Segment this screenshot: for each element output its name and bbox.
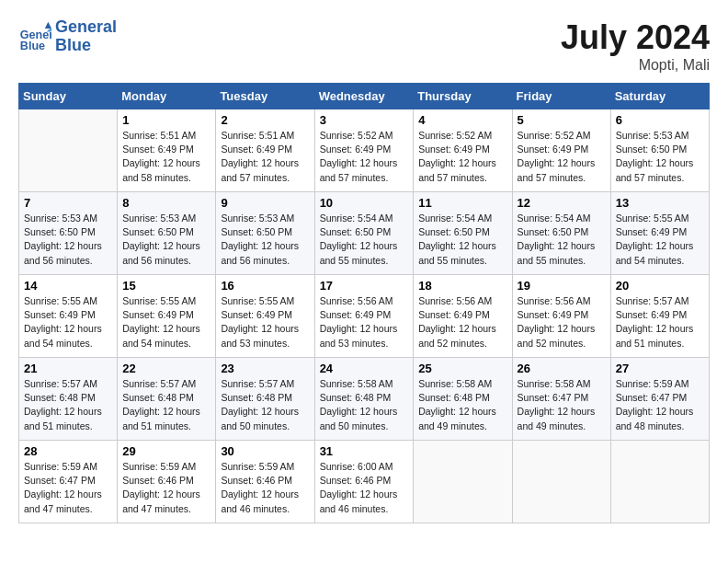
- calendar-cell: 26Sunrise: 5:58 AM Sunset: 6:47 PM Dayli…: [512, 358, 610, 441]
- day-number: 20: [616, 279, 704, 293]
- calendar-cell: 2Sunrise: 5:51 AM Sunset: 6:49 PM Daylig…: [216, 109, 314, 192]
- day-info: Sunrise: 5:54 AM Sunset: 6:50 PM Dayligh…: [320, 212, 409, 268]
- calendar-cell: 20Sunrise: 5:57 AM Sunset: 6:49 PM Dayli…: [610, 275, 709, 358]
- day-info: Sunrise: 5:57 AM Sunset: 6:48 PM Dayligh…: [221, 377, 309, 433]
- day-info: Sunrise: 5:57 AM Sunset: 6:49 PM Dayligh…: [616, 294, 704, 350]
- day-number: 31: [320, 444, 409, 458]
- logo-text-blue: Blue: [55, 37, 117, 55]
- day-number: 25: [418, 362, 506, 375]
- col-header-wednesday: Wednesday: [314, 84, 414, 109]
- day-info: Sunrise: 5:54 AM Sunset: 6:50 PM Dayligh…: [418, 212, 506, 268]
- day-info: Sunrise: 5:53 AM Sunset: 6:50 PM Dayligh…: [122, 212, 210, 268]
- day-number: 18: [418, 279, 506, 293]
- day-number: 16: [221, 279, 309, 293]
- day-number: 21: [24, 362, 112, 375]
- calendar-cell: 19Sunrise: 5:56 AM Sunset: 6:49 PM Dayli…: [512, 275, 610, 358]
- day-number: 24: [320, 362, 409, 375]
- day-number: 15: [122, 279, 210, 293]
- week-row-1: 1Sunrise: 5:51 AM Sunset: 6:49 PM Daylig…: [19, 109, 710, 192]
- calendar-cell: 16Sunrise: 5:55 AM Sunset: 6:49 PM Dayli…: [216, 275, 314, 358]
- calendar-cell: 21Sunrise: 5:57 AM Sunset: 6:48 PM Dayli…: [19, 358, 118, 441]
- day-info: Sunrise: 5:52 AM Sunset: 6:49 PM Dayligh…: [418, 129, 506, 185]
- day-info: Sunrise: 5:51 AM Sunset: 6:49 PM Dayligh…: [221, 129, 309, 185]
- logo-icon: General Blue: [18, 20, 51, 53]
- day-number: 11: [418, 196, 506, 210]
- calendar-cell: 29Sunrise: 5:59 AM Sunset: 6:46 PM Dayli…: [118, 441, 216, 523]
- week-row-3: 14Sunrise: 5:55 AM Sunset: 6:49 PM Dayli…: [19, 275, 710, 358]
- calendar-cell: 10Sunrise: 5:54 AM Sunset: 6:50 PM Dayli…: [314, 192, 414, 275]
- day-info: Sunrise: 5:57 AM Sunset: 6:48 PM Dayligh…: [122, 377, 210, 433]
- calendar-cell: 22Sunrise: 5:57 AM Sunset: 6:48 PM Dayli…: [118, 358, 216, 441]
- calendar-cell: 8Sunrise: 5:53 AM Sunset: 6:50 PM Daylig…: [118, 192, 216, 275]
- day-info: Sunrise: 5:59 AM Sunset: 6:47 PM Dayligh…: [24, 460, 112, 516]
- calendar-cell: 15Sunrise: 5:55 AM Sunset: 6:49 PM Dayli…: [118, 275, 216, 358]
- day-number: 23: [221, 362, 309, 375]
- calendar-cell: 28Sunrise: 5:59 AM Sunset: 6:47 PM Dayli…: [19, 441, 118, 523]
- day-number: 7: [24, 196, 112, 210]
- svg-marker-2: [45, 22, 51, 29]
- day-number: 12: [518, 196, 606, 210]
- calendar-cell: 17Sunrise: 5:56 AM Sunset: 6:49 PM Dayli…: [314, 275, 414, 358]
- calendar-cell: 30Sunrise: 5:59 AM Sunset: 6:46 PM Dayli…: [216, 441, 314, 523]
- day-info: Sunrise: 5:59 AM Sunset: 6:46 PM Dayligh…: [122, 460, 210, 516]
- day-info: Sunrise: 5:59 AM Sunset: 6:46 PM Dayligh…: [221, 460, 309, 516]
- day-number: 8: [122, 196, 210, 210]
- calendar-cell: 4Sunrise: 5:52 AM Sunset: 6:49 PM Daylig…: [414, 109, 512, 192]
- day-info: Sunrise: 5:58 AM Sunset: 6:48 PM Dayligh…: [418, 377, 506, 433]
- day-info: Sunrise: 5:54 AM Sunset: 6:50 PM Dayligh…: [518, 212, 606, 268]
- month-title: July 2024: [561, 18, 710, 57]
- calendar-cell: 6Sunrise: 5:53 AM Sunset: 6:50 PM Daylig…: [610, 109, 709, 192]
- calendar-table: SundayMondayTuesdayWednesdayThursdayFrid…: [18, 83, 710, 523]
- calendar-cell: [414, 441, 512, 523]
- week-row-2: 7Sunrise: 5:53 AM Sunset: 6:50 PM Daylig…: [19, 192, 710, 275]
- col-header-sunday: Sunday: [19, 84, 118, 109]
- day-info: Sunrise: 5:55 AM Sunset: 6:49 PM Dayligh…: [24, 294, 112, 350]
- day-info: Sunrise: 5:52 AM Sunset: 6:49 PM Dayligh…: [518, 129, 606, 185]
- day-info: Sunrise: 5:58 AM Sunset: 6:47 PM Dayligh…: [518, 377, 606, 433]
- day-number: 26: [518, 362, 606, 375]
- day-info: Sunrise: 5:56 AM Sunset: 6:49 PM Dayligh…: [418, 294, 506, 350]
- day-number: 10: [320, 196, 409, 210]
- calendar-cell: 7Sunrise: 5:53 AM Sunset: 6:50 PM Daylig…: [19, 192, 118, 275]
- day-info: Sunrise: 5:53 AM Sunset: 6:50 PM Dayligh…: [24, 212, 112, 268]
- calendar-cell: 24Sunrise: 5:58 AM Sunset: 6:48 PM Dayli…: [314, 358, 414, 441]
- calendar-cell: 27Sunrise: 5:59 AM Sunset: 6:47 PM Dayli…: [610, 358, 709, 441]
- day-info: Sunrise: 6:00 AM Sunset: 6:46 PM Dayligh…: [320, 460, 409, 516]
- day-number: 5: [518, 113, 606, 127]
- calendar-cell: 9Sunrise: 5:53 AM Sunset: 6:50 PM Daylig…: [216, 192, 314, 275]
- week-row-5: 28Sunrise: 5:59 AM Sunset: 6:47 PM Dayli…: [19, 441, 710, 523]
- day-info: Sunrise: 5:58 AM Sunset: 6:48 PM Dayligh…: [320, 377, 409, 433]
- svg-text:Blue: Blue: [20, 40, 45, 52]
- calendar-cell: 5Sunrise: 5:52 AM Sunset: 6:49 PM Daylig…: [512, 109, 610, 192]
- location-title: Mopti, Mali: [561, 57, 710, 74]
- calendar-cell: 13Sunrise: 5:55 AM Sunset: 6:49 PM Dayli…: [610, 192, 709, 275]
- day-info: Sunrise: 5:56 AM Sunset: 6:49 PM Dayligh…: [320, 294, 409, 350]
- day-info: Sunrise: 5:56 AM Sunset: 6:49 PM Dayligh…: [518, 294, 606, 350]
- day-info: Sunrise: 5:55 AM Sunset: 6:49 PM Dayligh…: [221, 294, 309, 350]
- day-info: Sunrise: 5:51 AM Sunset: 6:49 PM Dayligh…: [122, 129, 210, 185]
- calendar-cell: 18Sunrise: 5:56 AM Sunset: 6:49 PM Dayli…: [414, 275, 512, 358]
- col-header-friday: Friday: [512, 84, 610, 109]
- day-number: 4: [418, 113, 506, 127]
- calendar-cell: [19, 109, 118, 192]
- day-number: 13: [616, 196, 704, 210]
- calendar-cell: 3Sunrise: 5:52 AM Sunset: 6:49 PM Daylig…: [314, 109, 414, 192]
- calendar-cell: 12Sunrise: 5:54 AM Sunset: 6:50 PM Dayli…: [512, 192, 610, 275]
- day-number: 19: [518, 279, 606, 293]
- calendar-cell: 14Sunrise: 5:55 AM Sunset: 6:49 PM Dayli…: [19, 275, 118, 358]
- col-header-thursday: Thursday: [414, 84, 512, 109]
- calendar-cell: [610, 441, 709, 523]
- day-info: Sunrise: 5:53 AM Sunset: 6:50 PM Dayligh…: [221, 212, 309, 268]
- calendar-header-row: SundayMondayTuesdayWednesdayThursdayFrid…: [19, 84, 710, 109]
- col-header-saturday: Saturday: [610, 84, 709, 109]
- day-number: 6: [616, 113, 704, 127]
- col-header-monday: Monday: [118, 84, 216, 109]
- day-info: Sunrise: 5:59 AM Sunset: 6:47 PM Dayligh…: [616, 377, 704, 433]
- calendar-cell: 25Sunrise: 5:58 AM Sunset: 6:48 PM Dayli…: [414, 358, 512, 441]
- day-number: 3: [320, 113, 409, 127]
- day-number: 9: [221, 196, 309, 210]
- calendar-cell: 11Sunrise: 5:54 AM Sunset: 6:50 PM Dayli…: [414, 192, 512, 275]
- day-number: 17: [320, 279, 409, 293]
- day-number: 30: [221, 444, 309, 458]
- title-block: July 2024 Mopti, Mali: [561, 18, 710, 74]
